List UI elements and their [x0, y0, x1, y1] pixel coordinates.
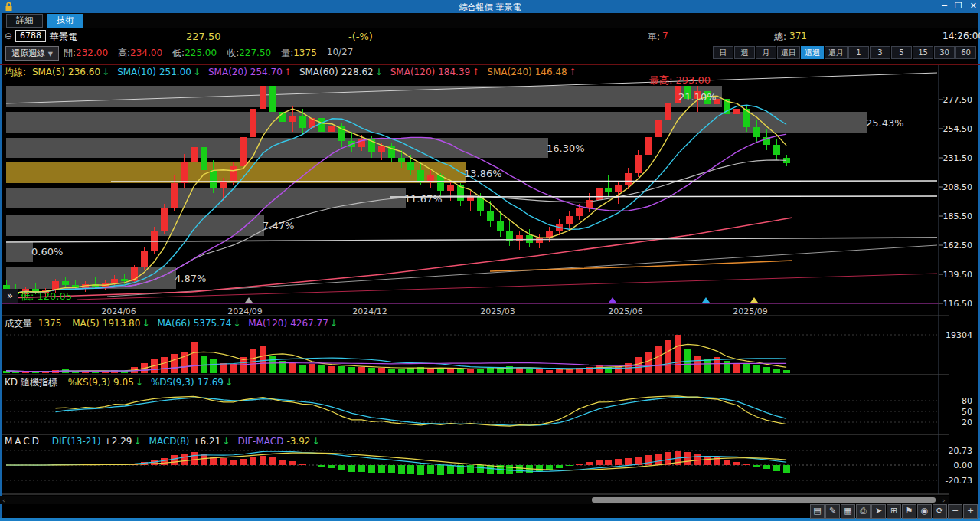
tab-row: 詳細技術 [2, 13, 978, 28]
period-button-15[interactable]: 15 [913, 46, 933, 59]
indicator-stat: ↓ [225, 377, 233, 388]
indicator-stat: ↓ [233, 318, 240, 329]
maximize-button[interactable]: ❐ [955, 1, 962, 11]
macd-title: MACD [5, 436, 41, 447]
chart-toolbar: ▤✎▦⎙➤⊞⚑◉⟳−+ [810, 504, 978, 519]
volume-profile-zone [6, 86, 722, 107]
flag-icon[interactable]: ⚑ [902, 504, 916, 519]
axis-label: 185.50 [933, 211, 972, 221]
axis-label: 50 [933, 407, 972, 417]
date-tick: 2025/09 [733, 306, 768, 316]
indicator-stat: 4267.77 [290, 318, 328, 329]
indicator-stat: +2.29 [104, 436, 132, 447]
indicator-stat: 9.05 [113, 377, 134, 388]
print-icon[interactable]: ⎙ [856, 504, 871, 519]
indicator-stat: +6.21 [193, 436, 221, 447]
zoom-out-icon[interactable]: − [948, 504, 962, 519]
symbol-input[interactable]: 6788 [15, 30, 46, 42]
indicator-stat: -3.92 [286, 436, 310, 447]
zone-percent-label: 16.30% [547, 143, 585, 154]
scrollbar-thumb[interactable] [592, 497, 936, 503]
indicator-stat: SMA(10) [117, 67, 156, 77]
single-lot-label: 單: [648, 31, 660, 44]
indicator-stat: 236.60 [68, 67, 100, 77]
ohlc-readout: 開:232.00高:234.00低:225.00收:227.50量:137510… [64, 47, 353, 60]
zoom-in-icon[interactable]: + [963, 504, 978, 519]
eye-icon[interactable]: ◉ [917, 504, 932, 519]
indicator-stat: MA(66) [157, 318, 190, 329]
indicator-stat: SMA(5) [32, 67, 65, 77]
zone-percent-label: 11.67% [404, 193, 443, 205]
period-button-3[interactable]: 3 [870, 46, 890, 59]
collapse-icon[interactable]: ⊖ [5, 31, 12, 41]
quote-time: 14:26:00 [942, 31, 980, 41]
date-tick: 2024/06 [101, 306, 136, 316]
indicator-stat: 146.48 [535, 67, 567, 77]
highest-price-label: 最高: 293.00 [649, 74, 710, 87]
scroll-right-icon[interactable]: › [942, 496, 946, 504]
zone-percent-label: 25.43% [866, 117, 904, 129]
period-button-還月[interactable]: 還月 [825, 46, 848, 59]
window-title: 綜合報價-華景電 [0, 2, 980, 13]
axis-label: 19304 [933, 330, 972, 340]
kd-title: KD 隨機指標 [5, 377, 57, 388]
indicator-stat: ↓ [136, 377, 143, 388]
horizontal-scrollbar[interactable]: ‹ › [0, 496, 949, 504]
period-button-週[interactable]: 週 [734, 46, 755, 59]
control-row: 還原週線 ▼ 開:232.00高:234.00低:225.00收:227.50量… [2, 44, 978, 64]
refresh-icon[interactable]: ⟳ [933, 504, 947, 519]
last-price: 227.50 [186, 31, 221, 42]
period-button-月[interactable]: 月 [756, 46, 776, 59]
tab-詳細[interactable]: 詳細 [6, 14, 43, 28]
separator-line [0, 64, 980, 65]
ohlc-item: 低:225.00 [172, 47, 217, 60]
indicator-stat: 184.39 [438, 67, 470, 77]
indicator-stat: 251.00 [159, 67, 191, 77]
expander-button[interactable]: » [2, 289, 18, 303]
indicator-stat: MA(120) [248, 318, 287, 329]
axis-label: 0.00 [933, 460, 972, 470]
cursor-icon[interactable]: ➤ [871, 504, 886, 519]
period-button-1[interactable]: 1 [848, 46, 869, 59]
axis-label: 80 [933, 396, 972, 406]
chevron-down-icon: ▼ [48, 51, 53, 57]
date-tick: 2025/06 [608, 306, 643, 316]
volume-profile-zone [6, 241, 33, 262]
chart-type-dropdown[interactable]: 還原週線 ▼ [5, 46, 59, 61]
draw-icon[interactable]: ✎ [825, 504, 840, 519]
date-tick: 2024/12 [352, 306, 387, 316]
ohlc-item: 開:232.00 [64, 47, 108, 60]
period-button-還日[interactable]: 還日 [777, 46, 800, 59]
period-button-日[interactable]: 日 [713, 46, 733, 59]
axis-label: -20.73 [933, 476, 972, 486]
report-icon[interactable]: ▤ [810, 504, 825, 519]
ohlc-item: 收:227.50 [227, 47, 271, 60]
period-button-5[interactable]: 5 [891, 46, 912, 59]
tab-技術[interactable]: 技術 [47, 14, 83, 28]
app-window: 21.10%25.43%16.30%13.86%11.67%7.47%0.60%… [0, 0, 980, 521]
scroll-left-icon[interactable]: ‹ [2, 496, 5, 504]
axis-label: 162.50 [933, 241, 972, 251]
close-button[interactable]: ✕ [970, 1, 977, 11]
axis-label: 116.50 [933, 299, 972, 309]
total-volume-label: 總: [774, 31, 786, 44]
volume-profile-zone [6, 215, 264, 236]
minimize-button[interactable]: ─ [942, 1, 947, 11]
period-button-30[interactable]: 30 [934, 46, 955, 59]
table-search-icon[interactable]: ▦ [841, 504, 855, 519]
indicator-stat: SMA(240) [487, 67, 531, 77]
zone-percent-label: 0.60% [31, 246, 63, 257]
indicator-stat: %KS(9,3) [68, 377, 110, 388]
indicator-stat: MACD(8) [149, 436, 190, 447]
volume-header: 成交量 1375 MA(5)1913.80↓MA(66)5375.74↓MA(1… [5, 317, 345, 330]
indicator-stat: ↓ [142, 318, 149, 329]
indicator-stat: ↓ [102, 67, 109, 77]
quote-row: ⊖ 6788 華景電 227.50 -(-%) 單: 7 總: 371 14:2… [2, 28, 978, 44]
period-button-60[interactable]: 60 [956, 46, 976, 59]
change-percent: -(-%) [348, 31, 373, 42]
indicator-stat: ↓ [312, 436, 319, 447]
indicator-stat: DIF-MACD [237, 436, 283, 447]
period-button-還週[interactable]: 還週 [801, 46, 824, 59]
axis-label: 139.50 [933, 270, 972, 280]
grid-icon[interactable]: ⊞ [887, 504, 901, 519]
